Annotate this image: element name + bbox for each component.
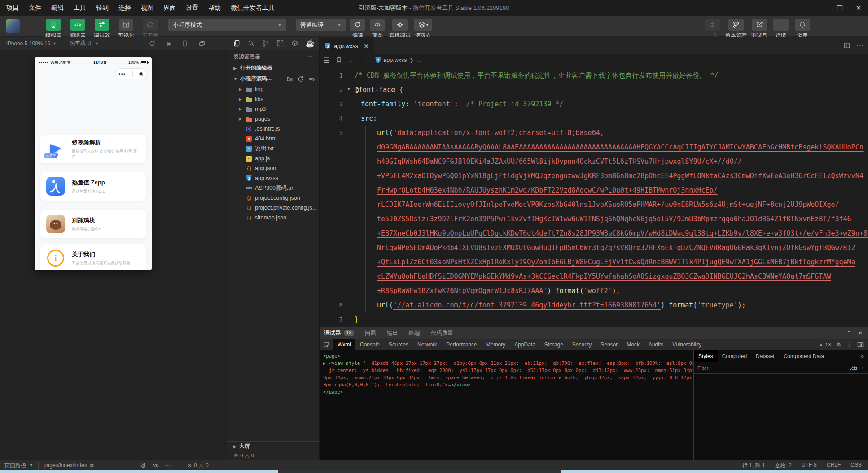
kettle-icon[interactable]: ☕ xyxy=(306,39,315,48)
styles-tab-computed[interactable]: Computed xyxy=(718,350,751,362)
tree-item[interactable]: ASP300源码.url xyxy=(227,183,319,193)
status-item[interactable]: UTF-8 xyxy=(802,462,817,469)
code-line[interactable]: te5J0ZS5Rsiz+3z9D2lFrK2on39P5Pw+1kvZvfIH… xyxy=(320,212,868,226)
split-editor-icon[interactable] xyxy=(844,41,850,49)
exit-target-icon[interactable]: ◉ xyxy=(139,71,144,77)
more-icon[interactable]: ⋯ xyxy=(165,462,171,469)
newfolder-icon[interactable] xyxy=(287,75,293,83)
search-icon[interactable] xyxy=(248,40,254,47)
plus-icon[interactable]: + xyxy=(279,75,282,83)
wxml-tree[interactable]: <page>▶ <view style="--d1padd:46px 17px … xyxy=(320,350,693,460)
maximize-icon[interactable]: ❐ xyxy=(830,0,849,16)
tree-item[interactable]: .eslintrc.js xyxy=(227,124,319,134)
debugger-tab-终端[interactable]: 终端 xyxy=(409,329,420,337)
code-line[interactable]: rLCDIK7AIeerWn6EiIIiovyOfJInlpoTvoMecVP0… xyxy=(320,197,868,212)
tab-app-wxss[interactable]: 3 app.wxss ✕ xyxy=(320,38,374,54)
eye-icon[interactable] xyxy=(153,462,159,469)
code-line[interactable]: h40GIqDWsh64DaNC9FGJBlQEKi4aJZAxUU/665Wl… xyxy=(320,154,868,169)
more-dots-icon[interactable]: ••• xyxy=(118,71,126,77)
mini-program-card[interactable]: 别踩鸡块爆火网络小游戏+ xyxy=(40,210,146,238)
editor-more-icon[interactable]: ⋯ xyxy=(856,41,864,49)
bookmark-icon[interactable] xyxy=(336,57,342,63)
device-icon[interactable] xyxy=(182,40,188,47)
styles-tab-dataset[interactable]: Dataset xyxy=(751,350,779,362)
menu-item[interactable]: 界面 xyxy=(163,4,176,12)
wxml-node[interactable]: 0px rgba(0,0,0,0.1);--te:absolute;--lin:… xyxy=(323,381,693,388)
tree-item[interactable]: 3app.wxss xyxy=(227,173,319,183)
tabs-overflow-icon[interactable]: » xyxy=(860,350,868,362)
collapse-icon[interactable] xyxy=(309,75,315,83)
capsule-menu[interactable]: ••• ◉ xyxy=(115,68,147,79)
devtools-tab-sources[interactable]: Sources xyxy=(384,339,413,350)
refresh-icon[interactable] xyxy=(149,40,156,47)
code-line[interactable]: NrlqwNPeSEDmAOoPkdb4IXLVUBs1vzEXMUXUtGuw… xyxy=(320,241,868,255)
tree-item[interactable]: {..}project.private.config.js... xyxy=(227,203,319,213)
hot-reload-toggle[interactable]: 热重载 开 xyxy=(70,39,92,47)
code-line[interactable]: +R8SpRaWFw1BZxfwK26NtgVqmOgarW1Jc8sRJ7AA… xyxy=(320,284,868,298)
open-editors-section[interactable]: ▶ 打开的编辑器 xyxy=(227,63,319,73)
files-icon[interactable] xyxy=(233,40,240,47)
user-avatar[interactable] xyxy=(6,19,20,33)
code-line[interactable]: 2▼@font-face { xyxy=(320,83,868,97)
devtools-tab-security[interactable]: Security xyxy=(568,339,596,350)
devtools-tab-appdata[interactable]: AppData xyxy=(510,339,540,350)
devtools-tab-network[interactable]: Network xyxy=(413,339,442,350)
menu-item[interactable]: 微信开发者工具 xyxy=(231,4,275,12)
devtools-tab-storage[interactable]: Storage xyxy=(540,339,568,350)
code-line[interactable]: +QtLsLplZz6Ci03soNPsHtXZCxHp1RoKxlyI9QyZ… xyxy=(320,255,868,269)
code-line[interactable]: d09GMgABAAAAAANIAAsAAAAAByQAAAL8AAEAAAAA… xyxy=(320,140,868,154)
status-item[interactable]: 空格: 2 xyxy=(775,462,792,469)
code-line[interactable]: FrHwprQLotb4H03ex4Nbh/RAUJUyszhK1m2wq/KD… xyxy=(320,183,868,197)
styles-tab-styles[interactable]: Styles xyxy=(694,350,718,362)
code-line[interactable]: 5url('data:application/x-font-woff2;char… xyxy=(320,126,868,140)
mode-select-0[interactable]: 小程序模式▼ xyxy=(168,19,286,31)
devtools-tab-vulnerability[interactable]: Vulnerability xyxy=(668,339,706,350)
package-icon[interactable] xyxy=(291,40,298,47)
devtools-settings-gear-icon[interactable]: ⚙ xyxy=(836,342,841,348)
minimize-icon[interactable]: – xyxy=(811,0,830,16)
wxml-node[interactable]: 0px 34px;--mnmn:21px 34px 0px 34px;--lml… xyxy=(323,374,693,381)
code-line[interactable]: 3font-family: 'iconfont'; /* Project id … xyxy=(320,97,868,111)
mini-program-card[interactable]: 去水印短视频解析目前仅可皮皮虾 皮皮搞笑 快手 抖音 最右 xyxy=(40,135,146,163)
code-line[interactable]: 6url('//at.alicdn.com/t/c/font_3792139_4… xyxy=(320,298,868,312)
devtools-tab-memory[interactable]: Memory xyxy=(482,339,510,350)
tree-item[interactable]: ≡说明.txt xyxy=(227,144,319,153)
cls-toggle[interactable]: .cls xyxy=(850,365,858,371)
problems-counter[interactable]: ⊗0 △0 xyxy=(187,462,209,469)
tree-item[interactable]: {..}project.config.json xyxy=(227,193,319,203)
tree-item[interactable]: JSapp.js xyxy=(227,153,319,163)
collapse-panel-icon[interactable]: ⌃ xyxy=(846,330,851,336)
nav-back-icon[interactable]: ← xyxy=(348,56,355,64)
copy-path-icon[interactable]: ⧉ xyxy=(90,463,94,469)
extensions-icon[interactable] xyxy=(277,40,284,47)
nav-forward-icon[interactable]: → xyxy=(362,56,369,64)
devtools-tab-sensor[interactable]: Sensor xyxy=(596,339,622,350)
close-panel-icon[interactable]: ✕ xyxy=(858,330,863,336)
menu-item[interactable]: 项目 xyxy=(6,4,19,12)
mini-program-card[interactable]: i关于我们不会使用 或有问题可点我获取帮助 xyxy=(40,244,146,270)
menu-item[interactable]: 工具 xyxy=(74,4,86,12)
menu-item[interactable]: 编辑 xyxy=(51,4,64,12)
close-tab-icon[interactable]: ✕ xyxy=(364,43,369,50)
refresh-icon[interactable] xyxy=(297,75,304,83)
menu-item[interactable]: 文件 xyxy=(29,4,41,12)
more-icon[interactable]: ⋯ xyxy=(307,53,313,60)
style-filter-input[interactable] xyxy=(697,365,846,371)
devtools-tab-mock[interactable]: Mock xyxy=(622,339,644,350)
devtools-tab-audits[interactable]: Audits xyxy=(644,339,668,350)
code-line[interactable]: 7} xyxy=(320,312,868,327)
bottom-section-dashboard[interactable]: ▶ 大屏 xyxy=(227,441,319,451)
bug-icon[interactable] xyxy=(140,462,146,469)
debugger-tab-问题[interactable]: 问题 xyxy=(365,329,376,337)
devtools-tab-performance[interactable]: Performance xyxy=(442,339,482,350)
page-path-selector[interactable]: 页面路径 xyxy=(4,462,26,469)
tree-item[interactable]: {..}sitemap.json xyxy=(227,213,319,223)
close-icon[interactable]: ✕ xyxy=(849,0,868,16)
tree-item[interactable]: {..}app.json xyxy=(227,163,319,173)
code-line[interactable]: 4src: xyxy=(320,111,868,126)
dock-side-icon[interactable] xyxy=(857,342,864,348)
current-page-path[interactable]: pages/index/index xyxy=(44,462,87,469)
status-item[interactable]: CRLF xyxy=(827,462,841,469)
mini-program-card[interactable]: 人热量值 Zepp运动热量 排名NO.1 xyxy=(40,172,146,201)
devtools-tab-wxml[interactable]: Wxml xyxy=(333,339,355,350)
